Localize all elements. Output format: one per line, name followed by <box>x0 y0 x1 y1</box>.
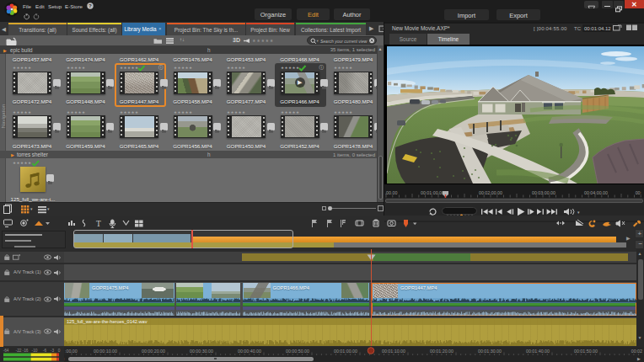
svg-text:★: ★ <box>185 110 188 114</box>
svg-text:00:01:40.00: 00:01:40.00 <box>526 349 550 354</box>
svg-text:★: ★ <box>74 66 78 70</box>
svg-text:★: ★ <box>270 38 274 43</box>
svg-text:★: ★ <box>189 110 192 114</box>
svg-text:-10: -10 <box>32 349 38 353</box>
svg-text:★: ★ <box>189 66 192 70</box>
svg-text:00:04:00.00: 00:04:00.00 <box>584 190 608 195</box>
svg-text:★: ★ <box>181 110 185 114</box>
svg-text:★: ★ <box>341 66 345 70</box>
svg-text:★: ★ <box>127 66 131 70</box>
svg-text:★: ★ <box>20 110 24 114</box>
svg-text:★: ★ <box>292 110 295 114</box>
svg-text:-64: -64 <box>3 349 9 353</box>
svg-text:★: ★ <box>338 66 341 70</box>
svg-text:★: ★ <box>28 110 31 114</box>
svg-text:★: ★ <box>20 66 24 70</box>
svg-text:★: ★ <box>82 110 85 114</box>
svg-text:★: ★ <box>82 66 85 70</box>
svg-text:★: ★ <box>284 66 287 70</box>
svg-text:★: ★ <box>281 66 284 70</box>
svg-text:★: ★ <box>334 110 337 114</box>
svg-text:★: ★ <box>135 110 138 114</box>
svg-text:00:00:50.00: 00:00:50.00 <box>286 349 309 354</box>
svg-text:★: ★ <box>181 66 185 70</box>
svg-text:★: ★ <box>346 66 349 70</box>
svg-text:00:: 00: <box>636 190 641 195</box>
svg-text:00:01:10.00: 00:01:10.00 <box>382 349 405 354</box>
svg-text:★: ★ <box>70 110 73 114</box>
svg-text::00.00: :00.00 <box>65 349 78 354</box>
svg-text:★: ★ <box>78 66 81 70</box>
svg-text:★: ★ <box>131 66 135 70</box>
svg-text:★: ★ <box>174 66 177 70</box>
svg-text:00:01:00.00: 00:01:00.00 <box>421 190 444 195</box>
svg-text:★: ★ <box>24 161 28 165</box>
svg-text:★: ★ <box>349 110 352 114</box>
svg-text:00:02: 00:02 <box>631 349 642 354</box>
svg-text:-3: -3 <box>51 349 55 353</box>
svg-text:★: ★ <box>284 110 287 114</box>
svg-text:★: ★ <box>341 110 345 114</box>
svg-text:★: ★ <box>281 110 284 114</box>
svg-text:★: ★ <box>288 110 292 114</box>
svg-text:★: ★ <box>346 110 349 114</box>
svg-text:00:01:00.00: 00:01:00.00 <box>334 349 357 354</box>
svg-text:00:00:30.00: 00:00:30.00 <box>190 349 213 354</box>
svg-text:★: ★ <box>231 66 234 70</box>
svg-text:★: ★ <box>24 110 28 114</box>
svg-text:★: ★ <box>17 161 20 165</box>
svg-text:★: ★ <box>127 110 131 114</box>
svg-text:★: ★ <box>70 66 73 70</box>
svg-text:★: ★ <box>28 66 31 70</box>
svg-text:★: ★ <box>24 66 28 70</box>
svg-text:★: ★ <box>234 66 238 70</box>
svg-text:★: ★ <box>227 66 230 70</box>
svg-text:★: ★ <box>177 110 180 114</box>
svg-text:T: T <box>96 220 101 228</box>
svg-text:★: ★ <box>242 66 245 70</box>
svg-text:★: ★ <box>349 66 352 70</box>
svg-text:.00.00: .00.00 <box>385 190 398 195</box>
svg-text:★: ★ <box>13 66 16 70</box>
svg-text:-16: -16 <box>23 349 29 353</box>
svg-text:★: ★ <box>17 110 20 114</box>
svg-text:★: ★ <box>334 66 337 70</box>
svg-text:★: ★ <box>13 110 16 114</box>
svg-text:★: ★ <box>78 110 81 114</box>
svg-text:★: ★ <box>239 66 242 70</box>
svg-text:★: ★ <box>131 110 135 114</box>
svg-text:00:01:50.00: 00:01:50.00 <box>574 349 598 354</box>
svg-text:★: ★ <box>239 110 242 114</box>
svg-text:0: 0 <box>58 349 61 353</box>
svg-text:★: ★ <box>120 66 123 70</box>
svg-text:★: ★ <box>227 110 230 114</box>
svg-text:00:00:40.00: 00:00:40.00 <box>238 349 261 354</box>
svg-text:★: ★ <box>296 110 299 114</box>
svg-text:★: ★ <box>120 110 123 114</box>
svg-text:★: ★ <box>338 110 341 114</box>
svg-text:★: ★ <box>67 66 70 70</box>
svg-text:00:03:00.00: 00:03:00.00 <box>532 190 555 195</box>
svg-text:★: ★ <box>288 66 292 70</box>
svg-text:00:00:20.00: 00:00:20.00 <box>142 349 165 354</box>
svg-text:?: ? <box>89 3 92 8</box>
svg-text:★: ★ <box>20 161 24 165</box>
svg-text:★: ★ <box>124 110 127 114</box>
svg-text:★: ★ <box>231 110 234 114</box>
svg-text:★: ★ <box>67 110 70 114</box>
svg-text:★: ★ <box>177 66 180 70</box>
svg-text:★: ★ <box>185 66 188 70</box>
svg-text:-6: -6 <box>43 349 47 353</box>
svg-text:00:00:10.00: 00:00:10.00 <box>94 349 117 354</box>
svg-text:00:01:20.00: 00:01:20.00 <box>430 349 453 354</box>
svg-text:★: ★ <box>124 66 127 70</box>
svg-text:★: ★ <box>74 110 78 114</box>
svg-text:★: ★ <box>292 66 295 70</box>
svg-text:★: ★ <box>17 66 20 70</box>
svg-text:★: ★ <box>242 110 245 114</box>
svg-text:★: ★ <box>234 110 238 114</box>
svg-text:00:01:30.00: 00:01:30.00 <box>478 349 502 354</box>
svg-text:★: ★ <box>13 161 16 165</box>
svg-text:-22: -22 <box>16 349 22 353</box>
svg-text:★: ★ <box>174 110 177 114</box>
